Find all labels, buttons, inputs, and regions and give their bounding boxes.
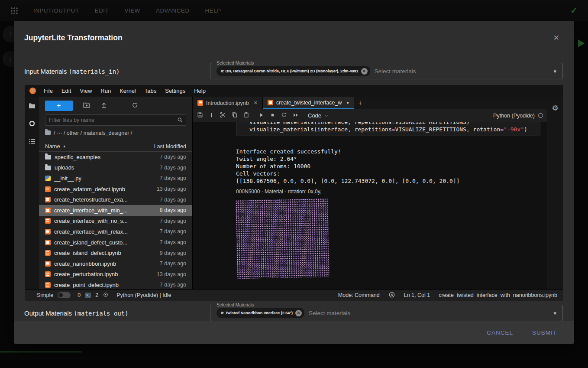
input-materials-select[interactable]: Selected Materials 0: BN, Hexagonal Boro… xyxy=(210,63,563,79)
notebook-icon xyxy=(45,240,51,245)
tab-label: Introduction.ipynb xyxy=(206,100,249,106)
table-of-contents-icon[interactable] xyxy=(29,138,36,144)
jupyter-menu-item[interactable]: View xyxy=(75,88,96,94)
cut-icon[interactable] xyxy=(220,112,226,120)
file-row[interactable]: __init__.py7 days ago xyxy=(39,173,192,184)
file-row[interactable]: create_island_defect.ipynb9 days ago xyxy=(39,248,192,258)
tab-close-icon[interactable]: ✕ xyxy=(254,100,258,106)
file-row[interactable]: create_interface_with_min_...8 days ago xyxy=(39,205,192,216)
jupyter-menu-item[interactable]: Edit xyxy=(57,88,75,94)
notebook-icon xyxy=(45,186,51,192)
column-name[interactable]: Name xyxy=(45,143,60,150)
dialog-title: JupyterLite Transformation xyxy=(24,33,123,42)
code-token: ) xyxy=(466,122,470,125)
notebook-icon xyxy=(45,261,51,267)
jupyter-menu-item[interactable]: Tabs xyxy=(140,88,161,94)
file-row[interactable]: uploads7 days ago xyxy=(39,163,192,173)
file-modified: 7 days ago xyxy=(160,239,186,245)
submit-button[interactable]: SUBMIT xyxy=(532,329,557,336)
output-materials-label-text: Output Materials xyxy=(24,309,74,317)
kernel-indicator[interactable]: Python (Pyodide) xyxy=(493,113,543,119)
code-token: "-90x" xyxy=(504,126,524,133)
home-folder-icon[interactable] xyxy=(45,130,51,135)
column-last-modified[interactable]: Last Modified xyxy=(154,143,186,150)
terminals-count[interactable]: 0 xyxy=(78,292,81,298)
output-material-chip[interactable]: 0: Twisted Nanoribbon Interface (2.64°) … xyxy=(216,308,304,318)
dialog-header: JupyterLite Transformation ✕ xyxy=(14,21,574,49)
run-icon[interactable] xyxy=(258,112,264,120)
file-filter-input[interactable] xyxy=(45,114,186,126)
file-row[interactable]: create_interface_with_no_s...7 days ago xyxy=(39,216,192,227)
file-filter-box xyxy=(45,114,186,126)
simple-mode-label: Simple xyxy=(37,292,53,298)
stop-icon[interactable] xyxy=(270,112,275,120)
notebook-scroll-area[interactable]: visualize_materials(interface, repetitio… xyxy=(193,122,547,289)
chevron-down-icon[interactable]: ▾ xyxy=(553,310,556,316)
new-launcher-button[interactable]: + xyxy=(45,101,73,111)
kernels-count[interactable]: 2 xyxy=(95,292,98,298)
refresh-icon[interactable] xyxy=(132,102,138,110)
material-visualization[interactable] xyxy=(235,198,330,279)
chevron-down-icon[interactable]: ▾ xyxy=(553,68,556,75)
jupyter-menu-item[interactable]: Kernel xyxy=(115,88,140,94)
code-token: = xyxy=(392,122,395,125)
output-line: Interface created successfully! xyxy=(236,148,547,155)
file-row[interactable]: create_interface_with_relax...7 days ago xyxy=(39,226,192,237)
restart-kernel-icon[interactable] xyxy=(281,112,287,120)
output-materials-select[interactable]: Selected Materials 0: Twisted Nanoribbon… xyxy=(210,305,563,321)
tab-introduction[interactable]: Introduction.ipynb ✕ xyxy=(193,97,263,109)
upload-icon[interactable] xyxy=(100,102,107,110)
paste-icon[interactable] xyxy=(243,112,249,120)
input-material-chip[interactable]: 0: BN, Hexagonal Boron Nitride, HEX (P6/… xyxy=(216,66,370,76)
save-icon[interactable] xyxy=(197,112,203,120)
notebook-icon xyxy=(197,100,203,106)
jupyter-menu-item[interactable]: Settings xyxy=(161,88,190,94)
breadcrumb[interactable]: / ⋯ / other / materials_designer / xyxy=(39,127,192,138)
cell-type-dropdown[interactable]: Code xyxy=(308,112,329,119)
new-folder-icon[interactable] xyxy=(83,102,90,110)
file-name: create_island_defect.ipynb xyxy=(54,250,121,256)
file-row[interactable]: create_island_defect_custo...7 days ago xyxy=(39,237,192,248)
file-list-header: Name ▲ Last Modified xyxy=(39,141,192,152)
restart-run-all-icon[interactable] xyxy=(293,112,299,120)
insert-cell-icon[interactable] xyxy=(209,112,214,120)
file-name: __init__.py xyxy=(54,175,81,182)
notebook-icon xyxy=(45,282,51,288)
folder-icon xyxy=(45,166,51,170)
file-row[interactable]: create_adatom_defect.ipynb13 days ago xyxy=(39,184,192,195)
file-row[interactable]: create_heterostructure_exa...7 days ago xyxy=(39,194,192,205)
kernel-status-text[interactable]: Python (Pyodide) | Idle xyxy=(116,292,171,298)
field-label: Selected Materials xyxy=(215,302,255,307)
jupyter-left-rail xyxy=(25,97,39,289)
input-materials-label: Input Materials (materials_in) xyxy=(24,68,210,75)
jupyter-menu-item[interactable]: File xyxy=(39,88,57,94)
jupyter-menu-item[interactable]: Help xyxy=(190,88,210,94)
tab-create-twisted-interface[interactable]: create_twisted_interface_w ● xyxy=(263,97,354,109)
file-row[interactable]: create_point_defect.ipynb7 days ago xyxy=(39,280,192,289)
notebook-icon xyxy=(45,218,51,224)
property-inspector-gear-icon[interactable]: ⚙ xyxy=(552,104,558,289)
jupyter-menu-item[interactable]: Run xyxy=(96,88,115,94)
input-materials-label-text: Input Materials xyxy=(24,68,69,75)
code-token: , rotation xyxy=(466,126,500,133)
simple-mode-toggle[interactable] xyxy=(58,292,71,298)
cursor-position[interactable]: Ln 1, Col 1 xyxy=(404,292,430,298)
add-tab-button[interactable]: + xyxy=(354,97,367,109)
code-line: visualize_materials(interface, repetitio… xyxy=(249,126,536,133)
chip-remove-icon[interactable]: ✕ xyxy=(361,68,368,75)
sort-asc-icon: ▲ xyxy=(63,144,66,148)
file-name: create_perturbation.ipynb xyxy=(54,271,118,277)
file-row[interactable]: create_perturbation.ipynb13 days ago xyxy=(39,269,192,280)
copy-icon[interactable] xyxy=(232,112,238,120)
code-cell[interactable]: visualize_materials(interface, repetitio… xyxy=(236,122,540,136)
close-icon[interactable]: ✕ xyxy=(553,33,559,42)
mode-indicator[interactable]: Mode: Command xyxy=(338,292,380,298)
running-kernels-icon[interactable] xyxy=(29,120,36,127)
python-icon xyxy=(45,176,51,181)
file-name: create_island_defect_custo... xyxy=(54,239,127,246)
file-browser-icon[interactable] xyxy=(29,103,36,109)
chip-remove-icon[interactable]: ✕ xyxy=(295,310,302,316)
cancel-button[interactable]: CANCEL xyxy=(487,329,513,336)
file-row[interactable]: create_nanoribbon.ipynb7 days ago xyxy=(39,258,192,269)
file-row[interactable]: specific_examples7 days ago xyxy=(39,152,192,163)
